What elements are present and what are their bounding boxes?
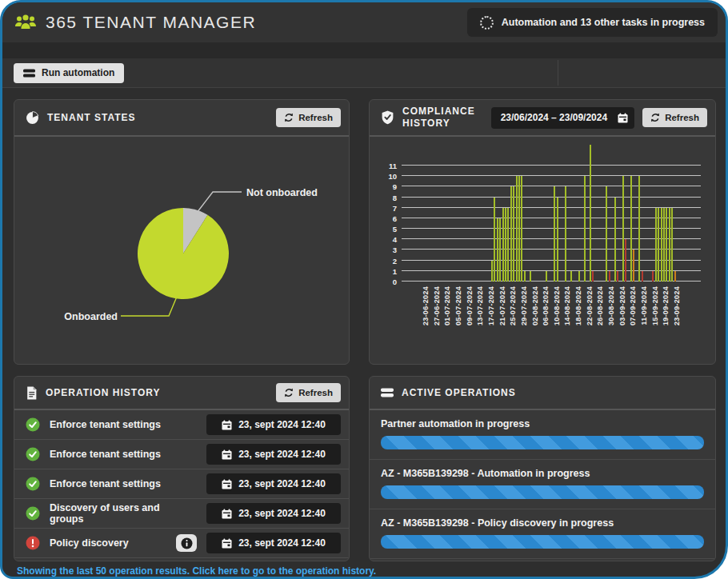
bar-15-09-2024 [655,208,657,282]
toolbar-divider [558,60,558,86]
calendar-icon [222,538,232,549]
operation-timestamp-text: 23, sept 2024 12:40 [238,419,326,430]
ytick-0: 0 [382,278,397,286]
active-operation-label: AZ - M365B139298 - Automation in progres… [381,468,704,479]
bar-26-07-2024 [516,176,518,282]
xtick-22-08-2024: 22-08-2024 [586,286,594,325]
bar-19-09-2024 [666,208,667,282]
xtick-05-07-2024: 05-07-2024 [454,286,462,325]
date-range-picker[interactable]: 23/06/2024 – 23/09/2024 [491,107,635,129]
bar-18-07-2024 [494,198,495,282]
ytick-4: 4 [382,235,397,244]
xtick-19-09-2024: 19-09-2024 [662,286,670,325]
compliance-history-panel: COMPLIANCE HISTORY 23/06/2024 – 23/09/20… [369,99,716,365]
operation-history-rows: Enforce tenant settings23, sept 2024 12:… [14,410,349,561]
xtick-27-06-2024: 27-06-2024 [433,286,441,325]
xtick-18-08-2024: 18-08-2024 [574,286,582,325]
operation-row: Enforce tenant settings23, sept 2024 12:… [14,469,349,499]
tasks-in-progress-banner[interactable]: Automation and 13 other tasks in progres… [467,8,718,37]
compliance-chart-plot: 01234567891011 [402,166,701,282]
xtick-23-06-2024: 23-06-2024 [422,286,430,325]
status-success-icon [26,477,40,491]
refresh-icon [284,113,294,122]
ytick-2: 2 [382,257,397,266]
refresh-icon [650,113,660,122]
operation-label: Enforce tenant settings [50,449,161,460]
xtick-06-08-2024: 06-08-2024 [542,286,550,325]
bar-21-09-2024 [671,208,673,282]
operation-label: Discovery of users and groups [50,502,187,525]
app-title: 365 TENANT MANAGER [46,13,256,32]
status-error-icon [26,536,40,550]
active-operation-label: AZ - M365B139298 - Policy discovery in p… [381,517,704,529]
bar-20-08-2024 [584,176,586,282]
xtick-03-09-2024: 03-09-2024 [618,286,626,325]
operation-history-refresh-button[interactable]: Refresh [276,383,341,402]
operation-history-header: OPERATION HISTORY Refresh [14,377,349,410]
bar-28-08-2024 [606,186,607,282]
operation-history-link[interactable]: Showing the last 50 operation results. C… [17,565,726,577]
users-icon [14,14,38,31]
shield-check-icon [381,110,394,125]
xtick-09-07-2024: 09-07-2024 [466,286,474,325]
info-icon [181,537,193,549]
bar-06-09-2024 [630,176,632,282]
calendar-icon [222,509,232,519]
operation-timestamp: 23, sept 2024 12:40 [206,533,341,553]
ytick-3: 3 [382,246,397,254]
ytick-9: 9 [382,182,397,191]
pie-chart-icon [26,111,39,125]
list-icon [381,388,394,397]
bar-16-09-2024 [658,208,659,282]
bar-14-09-2024 [652,271,654,282]
operation-row: Policy discovery23, sept 2024 12:40 [14,529,349,558]
operation-info-button[interactable] [176,534,197,552]
active-operations-list: Partner automation in progressAZ - M365B… [370,410,715,561]
active-operation-item: Partner automation in progress [370,410,715,460]
bar-07-09-2024 [633,250,634,282]
operation-timestamp-text: 23, sept 2024 12:40 [238,508,326,519]
xtick-21-07-2024: 21-07-2024 [498,286,506,325]
compliance-title-line2: HISTORY [402,118,450,129]
operation-timestamp: 23, sept 2024 12:40 [206,414,341,435]
xtick-23-09-2024: 23-09-2024 [673,286,681,325]
pie-slice-onboarded [138,208,229,299]
xtick-11-09-2024: 11-09-2024 [640,286,648,325]
compliance-history-header: COMPLIANCE HISTORY 23/06/2024 – 23/09/20… [370,100,715,137]
operation-timestamp: 23, sept 2024 12:40 [206,444,341,465]
compliance-chart: 01234567891011 23-06-202427-06-202401-07… [370,137,715,364]
operation-row: Enforce tenant settings23, sept 2024 12:… [14,440,349,469]
bar-23-08-2024 [592,271,594,282]
ytick-5: 5 [382,225,397,234]
bar-18-09-2024 [663,208,665,282]
xtick-25-07-2024: 25-07-2024 [509,286,517,325]
xtick-14-08-2024: 14-08-2024 [563,286,571,325]
bar-17-09-2024 [661,208,662,282]
bar-25-07-2024 [513,186,514,282]
run-automation-button[interactable]: Run automation [14,63,124,83]
operation-label: Enforce tenant settings [50,419,161,430]
status-success-icon [26,417,40,432]
calendar-icon [222,420,232,430]
not-onboarded-label: Not onboarded [246,187,318,198]
run-automation-label: Run automation [42,67,114,78]
bar-20-07-2024 [499,218,501,282]
compliance-refresh-button[interactable]: Refresh [642,108,707,127]
operation-row: Enforce tenant settings23, sept 2024 12:… [14,410,349,440]
ytick-11: 11 [382,162,397,170]
active-operation-item: AZ - M365B139298 - Policy discovery in p… [370,509,715,559]
refresh-label: Refresh [298,388,333,397]
main-content: TENANT STATES Refresh [2,88,726,562]
status-success-icon [26,447,40,461]
tenant-states-panel: TENANT STATES Refresh [14,99,350,365]
app-header: 365 TENANT MANAGER Automation and 13 oth… [2,2,726,42]
bar-29-08-2024 [609,271,610,282]
bar-23-07-2024 [507,208,509,282]
bar-29-07-2024 [524,271,526,282]
operation-timestamp-text: 23, sept 2024 12:40 [238,478,326,489]
xtick-01-07-2024: 01-07-2024 [443,286,451,325]
active-operation-label: Partner automation in progress [381,418,704,429]
tenant-states-header: TENANT STATES Refresh [14,100,349,137]
tenant-states-refresh-button[interactable]: Refresh [276,108,341,127]
active-operations-title: ACTIVE OPERATIONS [402,387,516,398]
